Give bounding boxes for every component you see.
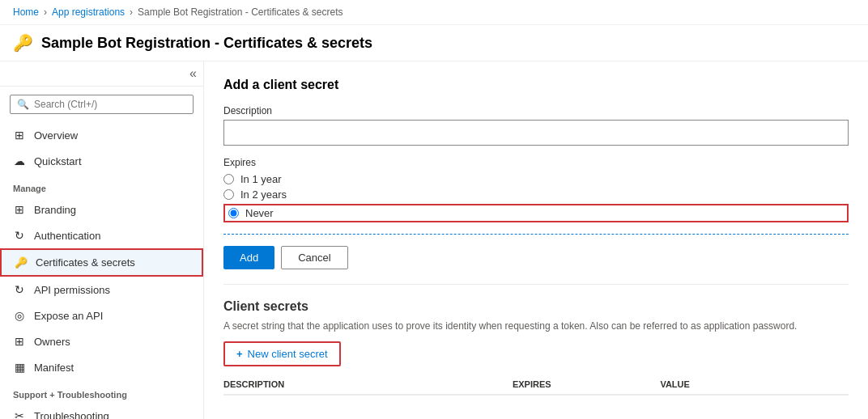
sidebar: « 🔍 ⊞ Overview ☁ Quickstart Manage ⊞ Bra… <box>0 61 204 419</box>
sidebar-item-certs-secrets-label: Certificates & secrets <box>36 256 135 269</box>
sidebar-search-container: 🔍 <box>10 95 194 114</box>
table-header: DESCRIPTION EXPIRES VALUE <box>223 379 849 396</box>
description-group: Description <box>223 105 849 146</box>
sidebar-item-troubleshooting[interactable]: ✂ Troubleshooting <box>0 403 203 419</box>
never-option-wrapper: Never <box>223 204 849 222</box>
sidebar-item-expose-api[interactable]: ◎ Expose an API <box>0 303 203 328</box>
breadcrumb-current: Sample Bot Registration - Certificates &… <box>138 6 343 18</box>
plus-icon: + <box>236 348 243 360</box>
radio-2years-label: In 2 years <box>240 188 287 201</box>
page-title-bar: 🔑 Sample Bot Registration - Certificates… <box>0 25 868 61</box>
add-button[interactable]: Add <box>223 246 274 269</box>
breadcrumb: Home › App registrations › Sample Bot Re… <box>0 0 868 25</box>
expires-group: Expires In 1 year In 2 years Never <box>223 157 849 222</box>
radio-group: In 1 year In 2 years Never <box>223 173 849 222</box>
radio-2years-input[interactable] <box>223 189 234 200</box>
breadcrumb-app-registrations[interactable]: App registrations <box>52 6 125 18</box>
breadcrumb-home[interactable]: Home <box>13 6 39 18</box>
search-input[interactable] <box>34 99 186 110</box>
manage-section-label: Manage <box>0 174 203 197</box>
page-title: Sample Bot Registration - Certificates &… <box>41 35 372 52</box>
sidebar-item-branding-label: Branding <box>34 204 76 216</box>
certs-secrets-icon: 🔑 <box>15 256 28 269</box>
sidebar-item-quickstart[interactable]: ☁ Quickstart <box>0 148 203 174</box>
expires-label: Expires <box>223 157 849 168</box>
sidebar-item-expose-api-label: Expose an API <box>34 310 103 322</box>
sidebar-item-troubleshooting-label: Troubleshooting <box>34 410 109 420</box>
sidebar-toggle[interactable]: « <box>0 61 203 87</box>
add-secret-section: Add a client secret Description Expires … <box>223 78 849 269</box>
radio-1year-label: In 1 year <box>240 173 282 185</box>
client-secrets-title: Client secrets <box>223 299 849 314</box>
sidebar-item-branding[interactable]: ⊞ Branding <box>0 197 203 222</box>
sidebar-nav: ⊞ Overview ☁ Quickstart Manage ⊞ Brandin… <box>0 122 203 419</box>
key-icon: 🔑 <box>13 33 33 53</box>
sidebar-item-owners-label: Owners <box>34 336 70 348</box>
section-divider <box>223 284 849 285</box>
radio-never-label: Never <box>245 207 274 219</box>
main-content: Add a client secret Description Expires … <box>204 61 868 419</box>
quickstart-icon: ☁ <box>13 154 26 167</box>
sidebar-item-overview-label: Overview <box>34 129 78 142</box>
overview-icon: ⊞ <box>13 129 26 142</box>
th-value: VALUE <box>653 379 849 389</box>
troubleshooting-icon: ✂ <box>13 409 26 419</box>
search-icon: 🔍 <box>17 99 29 110</box>
expose-api-icon: ◎ <box>13 309 26 322</box>
sidebar-item-manifest-label: Manifest <box>34 362 74 374</box>
main-layout: « 🔍 ⊞ Overview ☁ Quickstart Manage ⊞ Bra… <box>0 61 868 419</box>
sidebar-item-overview[interactable]: ⊞ Overview <box>0 122 203 148</box>
sidebar-item-quickstart-label: Quickstart <box>34 155 82 167</box>
authentication-icon: ↻ <box>13 229 26 242</box>
sidebar-item-api-permissions[interactable]: ↻ API permissions <box>0 277 203 303</box>
owners-icon: ⊞ <box>13 335 26 348</box>
client-secrets-desc: A secret string that the application use… <box>223 320 849 332</box>
sidebar-item-certs-secrets[interactable]: 🔑 Certificates & secrets <box>0 248 203 277</box>
add-secret-title: Add a client secret <box>223 78 849 92</box>
client-secrets-section: Client secrets A secret string that the … <box>223 299 849 396</box>
dashed-divider <box>223 234 849 235</box>
branding-icon: ⊞ <box>13 203 26 216</box>
new-secret-button[interactable]: + New client secret <box>223 341 341 366</box>
radio-1year-input[interactable] <box>223 174 234 184</box>
cancel-button[interactable]: Cancel <box>281 246 347 269</box>
radio-never[interactable]: Never <box>228 207 274 219</box>
radio-2years[interactable]: In 2 years <box>223 188 849 201</box>
new-secret-button-label: New client secret <box>248 348 328 360</box>
sidebar-item-owners[interactable]: ⊞ Owners <box>0 328 203 354</box>
sidebar-item-api-permissions-label: API permissions <box>34 284 110 296</box>
support-section-label: Support + Troubleshooting <box>0 380 203 403</box>
sidebar-item-authentication[interactable]: ↻ Authentication <box>0 222 203 248</box>
radio-1year[interactable]: In 1 year <box>223 173 849 185</box>
sidebar-item-authentication-label: Authentication <box>34 230 100 242</box>
th-expires: EXPIRES <box>506 379 653 389</box>
api-permissions-icon: ↻ <box>13 283 26 296</box>
manifest-icon: ▦ <box>13 361 26 374</box>
form-button-row: Add Cancel <box>223 246 849 269</box>
sidebar-collapse-button[interactable]: « <box>189 66 197 81</box>
description-input[interactable] <box>223 120 849 146</box>
th-description: DESCRIPTION <box>223 379 506 389</box>
radio-never-input[interactable] <box>228 208 239 218</box>
description-label: Description <box>223 105 849 116</box>
sidebar-item-manifest[interactable]: ▦ Manifest <box>0 354 203 380</box>
